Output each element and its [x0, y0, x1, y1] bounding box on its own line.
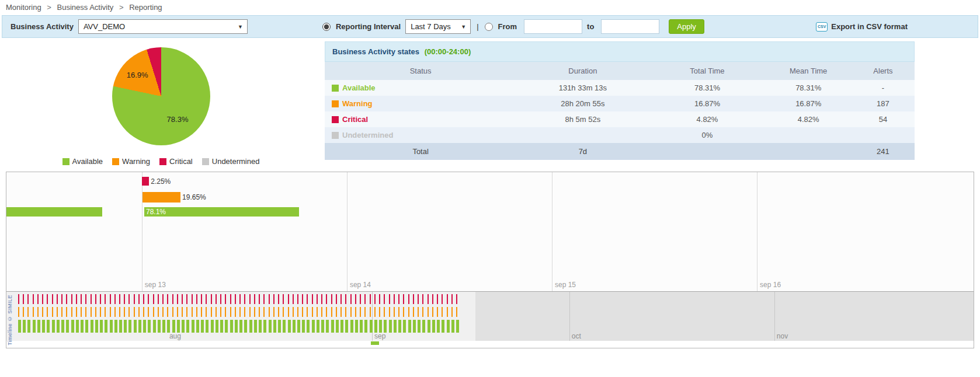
overview-tick-warning [216, 307, 217, 317]
overview-tick-available [134, 320, 137, 333]
overview-tick-available [379, 320, 382, 333]
from-radio[interactable] [485, 23, 493, 31]
timeline-bar-available[interactable] [6, 207, 102, 217]
day-label: sep 13 [145, 281, 166, 289]
pie-legend: AvailableWarningCriticalUndetermined [62, 157, 260, 166]
overview-tick-available [182, 320, 185, 333]
overview-tick-critical [297, 294, 298, 304]
legend-swatch [202, 158, 209, 165]
reporting-interval-radio[interactable] [322, 23, 331, 31]
pie-label-available: 78.3% [167, 114, 189, 123]
overview-tick-warning [196, 307, 197, 317]
breadcrumb-item-business-activity[interactable]: Business Activity [57, 3, 114, 12]
column-header-alerts: Alerts [852, 62, 915, 80]
apply-button[interactable]: Apply [669, 19, 704, 34]
table-header-row: Status Duration Total Time Mean Time Ale… [325, 62, 915, 80]
overview-tick-warning [244, 307, 245, 317]
timeline-bar-available[interactable]: 78.1% [144, 207, 299, 217]
overview-tick-critical [384, 294, 385, 304]
export-csv-button[interactable]: CSV Export in CSV format [816, 22, 908, 32]
overview-tick-warning [162, 307, 164, 317]
status-swatch-undetermined [332, 132, 339, 139]
status-label: Warning [342, 99, 373, 108]
overview-tick-warning [71, 307, 72, 317]
overview-tick-warning [447, 307, 448, 317]
overview-tick-critical [158, 294, 159, 304]
to-label: to [587, 22, 594, 31]
overview-tick-critical [220, 294, 221, 304]
overview-tick-critical [47, 294, 48, 304]
overview-tick-critical [143, 294, 144, 304]
total-duration: 7d [516, 143, 649, 160]
overview-tick-available [307, 320, 310, 333]
overview-tick-available [177, 320, 180, 333]
overview-tick-critical [422, 294, 423, 304]
csv-icon: CSV [816, 22, 828, 32]
overview-tick-available [317, 320, 319, 333]
overview-tick-critical [403, 294, 404, 304]
overview-tick-warning [201, 307, 202, 317]
timeline-bar-warning[interactable]: 19.65% [143, 192, 180, 203]
overview-tick-critical [95, 294, 96, 304]
from-date-input[interactable] [524, 19, 582, 34]
overview-tick-warning [350, 307, 352, 317]
overview-tick-warning [370, 307, 371, 317]
overview-tick-critical [370, 294, 371, 304]
chevron-down-icon: ▼ [238, 20, 243, 34]
overview-tick-available [235, 320, 238, 333]
states-panel: Business Activity states (00:00-24:00) S… [325, 41, 915, 166]
overview-tick-available [408, 320, 411, 333]
from-label: From [498, 22, 517, 31]
day-label: sep 16 [760, 281, 781, 289]
legend-label: Warning [122, 157, 150, 166]
overview-tick-warning [374, 307, 376, 317]
overview-tick-available [326, 320, 329, 333]
overview-tick-available [269, 320, 272, 333]
overview-tick-critical [259, 294, 260, 304]
business-activity-select[interactable]: AVV_DEMO ▼ [78, 19, 248, 34]
cell-total-time: 16.87% [649, 96, 766, 111]
breadcrumb-item-monitoring[interactable]: Monitoring [6, 3, 41, 12]
overview-tick-critical [124, 294, 125, 304]
day-gridline [142, 172, 143, 291]
overview-tick-critical [350, 294, 352, 304]
overview-tick-critical [269, 294, 270, 304]
timeline-bar-critical[interactable]: 2.25% [142, 177, 149, 186]
overview-tick-warning [114, 307, 116, 317]
reporting-interval-select[interactable]: Last 7 Days ▼ [405, 19, 471, 34]
overview-tick-warning [76, 307, 77, 317]
overview-tick-warning [269, 307, 270, 317]
legend-item: Available [62, 157, 103, 166]
overview-tick-available [413, 320, 416, 333]
to-date-input[interactable] [601, 19, 659, 34]
overview-tick-critical [192, 294, 193, 304]
overview-tick-critical [447, 294, 448, 304]
timeline-overview[interactable]: augsepoctnov [6, 292, 974, 341]
overview-tick-warning [451, 307, 453, 317]
overview-tick-warning [345, 307, 346, 317]
overview-tick-available [254, 320, 257, 333]
overview-tick-warning [408, 307, 409, 317]
overview-tick-available [162, 320, 165, 333]
total-mean-time [765, 148, 851, 156]
overview-tick-critical [211, 294, 212, 304]
month-gridline [774, 292, 775, 341]
status-label: Critical [342, 115, 368, 124]
main-content: 16.9% 78.3% AvailableWarningCriticalUnde… [2, 41, 978, 166]
cell-mean-time: 4.82% [765, 111, 851, 127]
overview-tick-available [239, 320, 242, 333]
toolbar: Business Activity AVV_DEMO ▼ Reporting I… [2, 15, 978, 38]
overview-tick-warning [206, 307, 207, 317]
overview-tick-available [158, 320, 161, 333]
overview-tick-critical [254, 294, 255, 304]
overview-tick-warning [27, 307, 29, 317]
overview-tick-critical [110, 294, 111, 304]
timeline-band[interactable]: sep 13sep 14sep 15sep 162.25%19.65%78.1% [6, 172, 974, 292]
cell-alerts: 187 [852, 96, 915, 111]
overview-tick-warning [167, 307, 168, 317]
overview-tick-warning [321, 307, 322, 317]
column-header-duration: Duration [516, 62, 649, 80]
overview-tick-available [153, 320, 156, 333]
overview-tick-warning [81, 307, 82, 317]
overview-tick-available [192, 320, 194, 333]
